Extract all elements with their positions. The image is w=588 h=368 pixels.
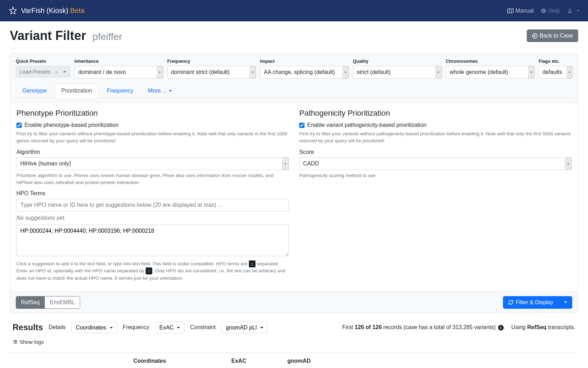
hpo-search-input[interactable] xyxy=(16,199,289,211)
constraint-select[interactable]: gnomAD pLI xyxy=(221,322,268,333)
svg-point-6 xyxy=(569,9,570,11)
manual-link[interactable]: Manual xyxy=(507,8,534,14)
impact-label: Impact xyxy=(260,59,349,64)
navbar-right: Manual i Help xyxy=(507,8,580,14)
svg-marker-0 xyxy=(9,7,16,14)
user-icon xyxy=(567,8,573,14)
load-presets-button[interactable]: Load Presets → xyxy=(16,66,70,77)
th-exac: ExAC xyxy=(231,358,287,364)
transcript-toggle: RefSeq EnsEMBL xyxy=(16,296,80,309)
caret-icon xyxy=(61,69,66,75)
quick-presets-label: Quick Presets xyxy=(16,59,70,64)
card-header: Quick Presets Load Presets → Inheritance… xyxy=(10,54,578,103)
arrow-left-circle-icon xyxy=(532,33,538,39)
enable-pathogenicity-label: Enable variant pathogenicity-based prior… xyxy=(307,122,427,128)
inheritance-label: Inheritance xyxy=(74,59,163,64)
inheritance-select[interactable]: dominant / de novo xyxy=(74,66,157,79)
chevron-down-icon[interactable]: ▾ xyxy=(157,66,163,79)
list-icon xyxy=(13,339,18,344)
chevron-down-icon[interactable]: ▾ xyxy=(528,66,534,79)
constraint-label: Constraint xyxy=(190,324,216,330)
hpo-terms-textarea[interactable] xyxy=(16,225,289,256)
score-help: Pathogenicity scoring method to use. xyxy=(299,172,572,179)
user-menu[interactable] xyxy=(567,8,580,14)
hpo-help: Click a suggestion to add it to the text… xyxy=(16,260,289,282)
chevron-down-icon[interactable]: ▾ xyxy=(250,66,256,79)
star-logo-icon xyxy=(8,6,18,15)
chromosomes-select[interactable]: whole genome (default) xyxy=(446,66,529,79)
th-gnomad: gnomAD xyxy=(287,358,343,364)
pathogenicity-title: Pathogenicity Prioritization xyxy=(299,109,572,118)
algorithm-select[interactable]: HiHive (human only) xyxy=(16,157,282,170)
arrow-right-icon: → xyxy=(53,69,58,75)
enable-pathogenicity-checkbox[interactable] xyxy=(299,123,304,128)
results-bar: Results Details Coordinates Frequency Ex… xyxy=(10,318,578,338)
results-frequency-select[interactable]: ExAC xyxy=(155,322,184,333)
refseq-button[interactable]: RefSeq xyxy=(16,296,45,309)
chevron-down-icon[interactable]: ▾ xyxy=(282,157,289,170)
show-logs-button[interactable]: Show logs xyxy=(10,338,578,346)
pathogenicity-help: First try to filter your variants withou… xyxy=(299,130,572,145)
chromosomes-label: Chromosomes xyxy=(446,59,534,64)
chevron-down-icon[interactable]: ▾ xyxy=(343,66,349,79)
score-label: Score xyxy=(299,149,572,155)
tab-frequency[interactable]: Frequency xyxy=(100,84,140,98)
impact-select[interactable]: AA change, splicing (default) xyxy=(260,66,343,79)
svg-marker-1 xyxy=(507,8,513,13)
table-header: Coordinates ExAC gnomAD xyxy=(10,353,578,367)
frequency-select[interactable]: dominant strict (default) xyxy=(167,66,250,79)
brand-beta: Beta xyxy=(70,7,84,15)
svg-rect-14 xyxy=(14,343,17,343)
chevron-down-icon[interactable]: ▾ xyxy=(436,66,442,79)
chevron-down-icon[interactable]: ▾ xyxy=(567,66,572,79)
results-frequency-label: Frequency xyxy=(123,324,149,330)
score-select[interactable]: CADD xyxy=(299,157,565,170)
details-select[interactable]: Coordinates xyxy=(71,322,117,333)
algorithm-label: Algorithm xyxy=(16,149,289,155)
help-link[interactable]: i Help xyxy=(541,8,560,14)
tab-genotype[interactable]: Genotype xyxy=(16,84,53,98)
svg-text:i: i xyxy=(543,9,544,13)
svg-rect-10 xyxy=(14,340,17,341)
th-coordinates: Coordinates xyxy=(133,358,231,364)
hpo-terms-label: HPO Terms xyxy=(16,190,289,197)
enable-phenotype-checkbox[interactable] xyxy=(16,123,22,128)
filter-display-button[interactable]: Filter & Display xyxy=(503,296,559,309)
tab-prioritization[interactable]: Prioritization xyxy=(55,84,99,98)
page-title: Variant Filter pfeiffer xyxy=(10,28,122,43)
brand-main: VarFish (Kiosk) xyxy=(21,7,68,15)
filter-display-group: Filter & Display xyxy=(503,296,572,309)
filter-display-dropdown[interactable] xyxy=(558,296,572,309)
back-to-case-button[interactable]: Back to Case xyxy=(527,29,578,42)
brand[interactable]: VarFish (Kiosk) Beta xyxy=(8,6,84,15)
kbd-dash: - xyxy=(146,267,152,274)
page-header: Variant Filter pfeiffer Back to Case xyxy=(10,28,578,48)
refresh-icon xyxy=(508,300,513,305)
chevron-down-icon[interactable]: ▾ xyxy=(565,157,572,170)
results-summary: First 126 of 126 records (case has a tot… xyxy=(342,324,575,330)
tab-more[interactable]: More ... xyxy=(141,84,178,98)
phenotype-help: First try to filter your variants withou… xyxy=(16,130,289,145)
kbd-semicolon: ; xyxy=(249,260,255,267)
quality-label: Quality xyxy=(353,59,441,64)
filter-card: Quick Presets Load Presets → Inheritance… xyxy=(10,53,578,313)
flags-select[interactable]: defaults xyxy=(539,66,567,79)
pathogenicity-section: Pathogenicity Prioritization Enable vari… xyxy=(299,109,572,286)
svg-rect-12 xyxy=(14,341,17,342)
svg-rect-9 xyxy=(13,340,14,341)
navbar: VarFish (Kiosk) Beta Manual i Help xyxy=(0,0,588,21)
algorithm-help: Prioritizer algorithm to use. Phenix use… xyxy=(16,172,289,186)
phenotype-title: Phenotype Prioritization xyxy=(16,109,289,118)
card-footer: RefSeq EnsEMBL Filter & Display xyxy=(10,292,578,313)
svg-rect-11 xyxy=(13,341,14,342)
frequency-label: Frequency xyxy=(167,59,256,64)
info-icon: i xyxy=(541,8,546,14)
quality-select[interactable]: strict (default) xyxy=(353,66,436,79)
flags-label: Flags etc. xyxy=(539,59,572,64)
map-icon xyxy=(507,8,513,14)
results-title: Results xyxy=(13,322,43,332)
ensembl-button[interactable]: EnsEMBL xyxy=(44,296,80,309)
svg-rect-13 xyxy=(13,343,14,343)
no-suggestions-text: No suggestions yet. xyxy=(16,215,289,221)
info-circle-icon[interactable]: i xyxy=(498,325,504,330)
